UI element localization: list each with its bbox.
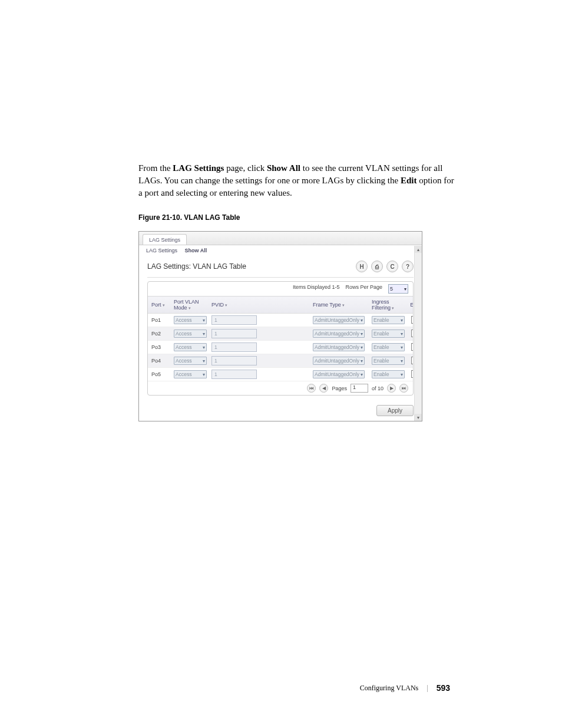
ingress-filtering-select[interactable]: Enable▾ [372,370,405,378]
page-first-icon[interactable]: ⏮ [307,384,316,393]
text: From the [138,163,173,173]
breadcrumb-item[interactable]: Show All [185,248,207,253]
chevron-down-icon: ▾ [361,372,363,377]
chevron-down-icon: ▾ [401,345,403,350]
rows-per-page-value: 5 [390,286,393,292]
text-bold: LAG Settings [173,163,224,173]
frame-type-select[interactable]: AdmitUntaggedOnly▾ [313,370,365,378]
chevron-down-icon: ▾ [361,358,363,364]
table-row: Po3Access▾1AdmitUntaggedOnly▾Enable▾ [148,341,414,354]
table-row: Po1Access▾1AdmitUntaggedOnly▾Enable▾ [148,314,414,327]
chevron-down-icon: ▾ [361,345,363,350]
page-last-icon[interactable]: ⏭ [399,384,408,393]
breadcrumb: LAG Settings Show All [139,245,422,256]
ingress-filtering-select[interactable]: Enable▾ [372,357,405,365]
footer-page-number: 593 [437,683,450,693]
pvid-input[interactable]: 1 [211,356,257,365]
scroll-down-icon[interactable]: ▾ [415,414,422,421]
screenshot-panel: LAG Settings LAG Settings Show All LAG S… [138,231,422,421]
tab-lag-settings[interactable]: LAG Settings [143,234,187,245]
frame-type-select[interactable]: AdmitUntaggedOnly▾ [313,343,365,351]
page-input[interactable]: 1 [351,384,368,393]
chevron-down-icon: ▾ [361,331,363,337]
ingress-filtering-select[interactable]: Enable▾ [372,343,405,351]
edit-checkbox[interactable] [411,343,414,351]
frame-type-select[interactable]: AdmitUntaggedOnly▾ [313,330,365,338]
save-icon[interactable]: H [356,261,368,272]
port-vlan-mode-select[interactable]: Access▾ [174,357,207,365]
cell-port: Po4 [148,354,170,368]
chevron-down-icon: ▾ [401,358,403,364]
chevron-down-icon: ▾ [401,318,403,323]
pvid-input[interactable]: 1 [211,329,257,338]
vlan-lag-table: Items Displayed 1-5 Rows Per Page 5 ▾ Po… [147,281,414,396]
page-next-icon[interactable]: ▶ [387,384,396,393]
cell-port: Po3 [148,341,170,354]
chevron-down-icon: ▾ [203,372,205,377]
tab-bar: LAG Settings [139,232,422,245]
body-paragraph: From the LAG Settings page, click Show A… [138,162,456,199]
chevron-down-icon: ▾ [203,345,205,350]
col-pvid[interactable]: PVID▾ [208,297,259,314]
rows-per-page-label: Rows Per Page [345,284,382,294]
ingress-filtering-select[interactable]: Enable▾ [372,330,405,338]
rows-per-page-select[interactable]: 5 ▾ [388,284,408,294]
pvid-input[interactable]: 1 [211,370,257,379]
frame-type-select[interactable]: AdmitUntaggedOnly▾ [313,316,365,324]
sort-icon: ▾ [392,306,394,310]
port-vlan-mode-select[interactable]: Access▾ [174,343,207,351]
chevron-down-icon: ▾ [203,318,205,323]
text-bold: Show All [267,163,300,173]
page-prev-icon[interactable]: ◀ [319,384,328,393]
text: page, click [224,163,266,173]
table-row: Po5Access▾1AdmitUntaggedOnly▾Enable▾ [148,368,414,381]
port-vlan-mode-select[interactable]: Access▾ [174,330,207,338]
pvid-input[interactable]: 1 [211,315,257,325]
apply-button[interactable]: Apply [376,405,414,416]
col-frame[interactable]: Frame Type▾ [309,297,368,314]
edit-checkbox[interactable] [411,330,414,337]
cell-port: Po2 [148,327,170,341]
port-vlan-mode-select[interactable]: Access▾ [174,370,207,378]
port-vlan-mode-select[interactable]: Access▾ [174,316,207,324]
text-bold: Edit [401,176,417,185]
edit-checkbox[interactable] [411,316,414,324]
vertical-scrollbar[interactable]: ▴ ▾ [414,246,422,421]
ingress-filtering-select[interactable]: Enable▾ [372,316,405,324]
col-port[interactable]: Port▾ [148,297,170,314]
pages-label: Pages [332,386,347,391]
chevron-down-icon: ▾ [401,331,403,337]
panel-title: LAG Settings: VLAN LAG Table [147,262,246,271]
footer-separator: | [427,684,428,693]
col-filt[interactable]: Ingress Filtering▾ [368,297,406,314]
pvid-input[interactable]: 1 [211,342,257,352]
cell-port: Po5 [148,368,170,381]
cell-port: Po1 [148,314,170,327]
chevron-down-icon: ▾ [203,358,205,364]
col-edit: Edit [406,297,414,314]
breadcrumb-item[interactable]: LAG Settings [146,248,177,253]
page-footer: Configuring VLANs | 593 [360,683,450,693]
footer-chapter: Configuring VLANs [360,684,418,693]
sort-icon: ▾ [189,306,191,310]
scroll-up-icon[interactable]: ▴ [415,246,422,253]
of-total: of 10 [372,386,384,391]
edit-checkbox[interactable] [411,370,414,378]
refresh-icon[interactable]: C [386,261,398,272]
chevron-down-icon: ▾ [203,331,205,337]
figure-caption: Figure 21-10. VLAN LAG Table [138,213,456,222]
table-row: Po2Access▾1AdmitUntaggedOnly▾Enable▾ [148,327,414,341]
chevron-down-icon: ▾ [401,372,403,377]
sort-icon: ▾ [163,303,165,307]
chevron-down-icon: ▾ [361,318,363,323]
sort-icon: ▾ [342,303,345,307]
chevron-down-icon: ▾ [404,286,406,292]
frame-type-select[interactable]: AdmitUntaggedOnly▾ [313,357,365,365]
table-header-row: Port▾ Port VLAN Mode▾ PVID▾ Frame Type▾ … [148,297,414,314]
sort-icon: ▾ [225,303,227,307]
help-icon[interactable]: ? [402,261,414,272]
col-mode[interactable]: Port VLAN Mode▾ [170,297,208,314]
print-icon[interactable]: ⎙ [371,261,383,272]
table-row: Po4Access▾1AdmitUntaggedOnly▾Enable▾ [148,354,414,368]
edit-checkbox[interactable] [411,357,414,364]
